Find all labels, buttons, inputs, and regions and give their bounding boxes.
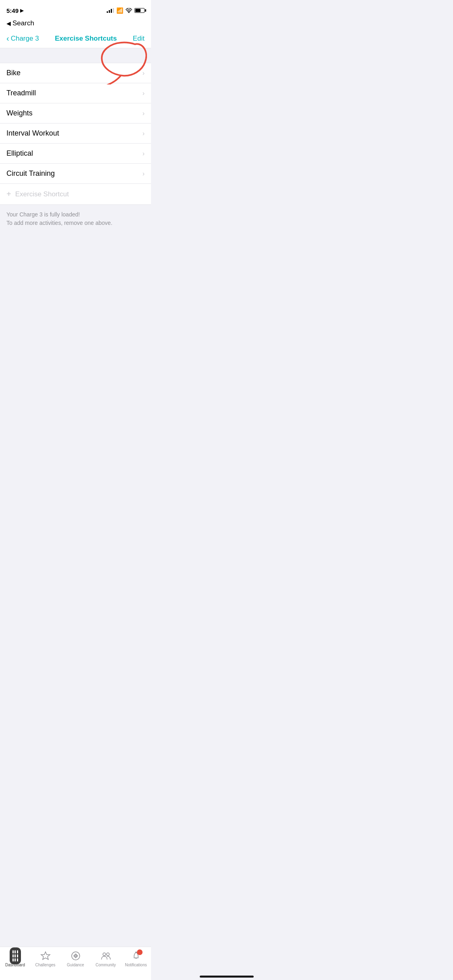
list-item-label: Treadmill xyxy=(6,89,36,97)
list-item[interactable]: Treadmill › xyxy=(0,83,151,103)
status-bar: 5:49 ▶ 📶 xyxy=(0,0,151,18)
chevron-right-icon: › xyxy=(143,170,145,177)
chevron-right-icon: › xyxy=(143,150,145,157)
add-shortcut-label: Exercise Shortcut xyxy=(15,190,69,198)
page-title: Exercise Shortcuts xyxy=(55,35,117,43)
list-item-label: Bike xyxy=(6,69,21,77)
nav-header: ‹ Charge 3 Exercise Shortcuts Edit xyxy=(0,31,151,48)
list-item-label: Weights xyxy=(6,109,33,117)
info-text-line1: Your Charge 3 is fully loaded! xyxy=(6,210,145,219)
list-item[interactable]: Weights › xyxy=(0,103,151,124)
list-item[interactable]: Circuit Training › xyxy=(0,164,151,184)
chevron-right-icon: › xyxy=(143,130,145,137)
info-section: Your Charge 3 is fully loaded! To add mo… xyxy=(0,205,151,233)
chevron-right-icon: › xyxy=(143,110,145,117)
chevron-right-icon: › xyxy=(143,90,145,97)
list-item-label: Circuit Training xyxy=(6,169,55,178)
battery-icon xyxy=(134,8,145,13)
info-text-line2: To add more activities, remove one above… xyxy=(6,219,145,227)
gray-fill-area xyxy=(0,233,151,293)
exercise-shortcuts-list: Bike › Treadmill › Weights › Interval Wo… xyxy=(0,63,151,205)
wifi-icon: 📶 xyxy=(116,7,123,14)
add-icon: + xyxy=(6,189,11,199)
list-item[interactable]: Bike › xyxy=(0,63,151,83)
search-back-label: Search xyxy=(12,19,34,27)
status-icons: 📶 xyxy=(107,7,145,14)
edit-button[interactable]: Edit xyxy=(133,35,145,43)
status-time: 5:49 ▶ xyxy=(6,7,23,14)
list-item-label: Interval Workout xyxy=(6,129,59,138)
nav-back-label: Charge 3 xyxy=(11,35,39,43)
list-item-label: Elliptical xyxy=(6,149,33,158)
list-item[interactable]: Elliptical › xyxy=(0,144,151,164)
search-back-button[interactable]: ◀ Search xyxy=(0,18,151,31)
svg-point-0 xyxy=(128,12,129,13)
wifi-icon xyxy=(126,8,132,13)
section-header xyxy=(0,48,151,63)
nav-back-chevron-icon: ‹ xyxy=(6,34,9,43)
add-shortcut-row[interactable]: + Exercise Shortcut xyxy=(0,184,151,205)
back-arrow-icon: ◀ xyxy=(6,20,11,27)
nav-back[interactable]: ‹ Charge 3 xyxy=(6,34,39,43)
chevron-right-icon: › xyxy=(143,70,145,77)
list-item[interactable]: Interval Workout › xyxy=(0,124,151,144)
location-icon: ▶ xyxy=(20,8,23,13)
signal-icon xyxy=(107,8,114,13)
